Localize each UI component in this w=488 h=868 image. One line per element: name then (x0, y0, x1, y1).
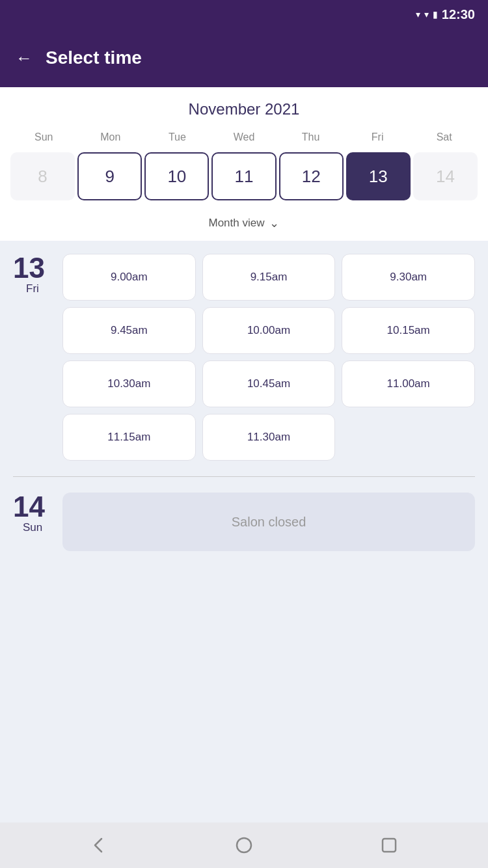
chevron-down-icon: ⌄ (269, 216, 279, 230)
day-number-13: 13 (13, 254, 52, 282)
cal-day-11[interactable]: 11 (211, 152, 276, 200)
page-title: Select time (46, 47, 142, 68)
day-number-14: 14 (13, 493, 52, 521)
recents-nav-icon (380, 836, 398, 854)
month-title: November 2021 (10, 100, 478, 118)
time-slot-915[interactable]: 9.15am (202, 254, 336, 301)
cal-day-14: 14 (413, 152, 478, 200)
day-label-13: 13 Fri (13, 254, 52, 461)
time-section: 13 Fri 9.00am 9.15am 9.30am 9.45am 10.00… (0, 241, 488, 822)
status-bar: ▾ ▾ ▮ 12:30 (0, 0, 488, 29)
svg-rect-1 (383, 839, 396, 852)
cal-day-10[interactable]: 10 (144, 152, 209, 200)
back-nav-icon (90, 836, 108, 854)
nav-home-button[interactable] (232, 834, 256, 857)
cal-day-13[interactable]: 13 (346, 152, 411, 200)
home-nav-icon (235, 836, 253, 854)
back-button[interactable]: ← (16, 48, 33, 68)
time-slot-1045[interactable]: 10.45am (202, 360, 336, 407)
signal-icon: ▾ (424, 9, 429, 20)
status-icons: ▾ ▾ ▮ 12:30 (416, 7, 475, 22)
time-slot-1015[interactable]: 10.15am (342, 307, 475, 354)
time-slot-1130[interactable]: 11.30am (202, 414, 336, 461)
wifi-icon: ▾ (416, 9, 420, 20)
nav-back-button[interactable] (87, 834, 111, 857)
svg-point-0 (237, 838, 251, 852)
status-time: 12:30 (442, 7, 475, 22)
day-header-tue: Tue (144, 129, 211, 146)
battery-icon: ▮ (433, 9, 438, 20)
time-slot-1100[interactable]: 11.00am (342, 360, 475, 407)
day-header-mon: Mon (77, 129, 144, 146)
day-block-13: 13 Fri 9.00am 9.15am 9.30am 9.45am 10.00… (0, 241, 488, 461)
day-header-sat: Sat (411, 129, 478, 146)
cal-day-8: 8 (10, 152, 75, 200)
time-slot-1000[interactable]: 10.00am (202, 307, 336, 354)
day-name-13: Fri (13, 282, 52, 295)
time-slot-930[interactable]: 9.30am (342, 254, 475, 301)
day-name-14: Sun (13, 521, 52, 534)
time-slot-900[interactable]: 9.00am (62, 254, 196, 301)
header: ← Select time (0, 29, 488, 87)
time-slot-1030[interactable]: 10.30am (62, 360, 196, 407)
cal-day-12[interactable]: 12 (279, 152, 344, 200)
day-headers: Sun Mon Tue Wed Thu Fri Sat (10, 129, 478, 146)
time-grid-13: 9.00am 9.15am 9.30am 9.45am 10.00am 10.1… (62, 254, 475, 461)
day-header-wed: Wed (211, 129, 278, 146)
salon-closed-text: Salon closed (232, 515, 306, 530)
nav-recents-button[interactable] (377, 834, 401, 857)
month-view-toggle[interactable]: Month view ⌄ (10, 207, 478, 241)
month-view-label: Month view (209, 217, 265, 230)
calendar-row: 8 9 10 11 12 13 14 (10, 152, 478, 200)
bottom-nav (0, 822, 488, 868)
day-block-14: 14 Sun Salon closed (0, 493, 488, 551)
day-label-14: 14 Sun (13, 493, 52, 534)
calendar-section: November 2021 Sun Mon Tue Wed Thu Fri Sa… (0, 87, 488, 241)
time-slot-1115[interactable]: 11.15am (62, 414, 196, 461)
salon-closed-message: Salon closed (62, 493, 475, 551)
time-slot-945[interactable]: 9.45am (62, 307, 196, 354)
section-divider (13, 476, 475, 477)
day-header-sun: Sun (10, 129, 77, 146)
day-header-fri: Fri (344, 129, 411, 146)
day-header-thu: Thu (277, 129, 344, 146)
cal-day-9[interactable]: 9 (77, 152, 142, 200)
